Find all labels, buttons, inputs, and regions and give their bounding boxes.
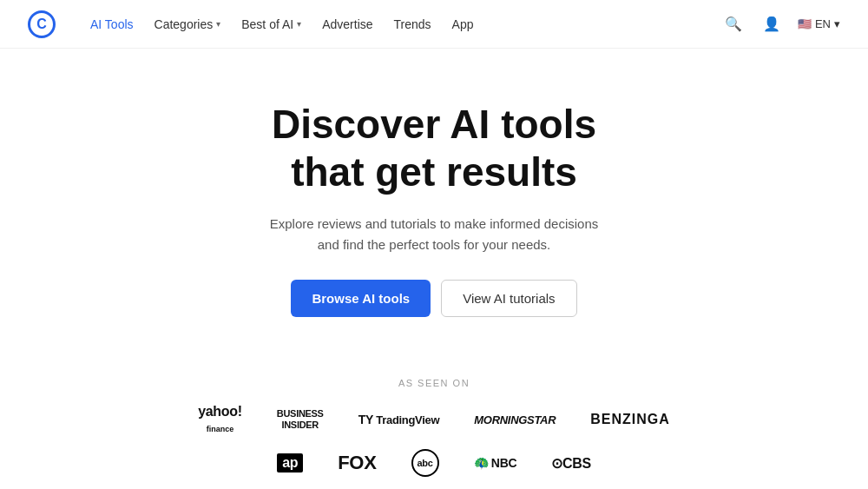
cbs-logo: ⊙CBS xyxy=(551,455,591,472)
logos-row-2: ap FOX abc 🦚 NBC ⊙CBS xyxy=(17,449,851,477)
hero-headline: Discover AI tools that get results xyxy=(17,101,851,196)
navigation: C AI Tools Categories ▾ Best of AI ▾ Adv… xyxy=(0,0,868,49)
logo[interactable]: C xyxy=(28,10,56,38)
chevron-down-icon: ▾ xyxy=(216,19,220,29)
nav-right: 🔍 👤 🇺🇸 EN ▾ xyxy=(721,12,840,36)
browse-tools-button[interactable]: Browse AI tools xyxy=(291,280,431,317)
yahoo-logo: yahoo!finance xyxy=(198,404,242,435)
benzinga-logo: BENZINGA xyxy=(590,412,670,427)
logos-row-1: yahoo!finance BUSINESSINSIDER TY Trading… xyxy=(17,404,851,435)
language-selector[interactable]: 🇺🇸 EN ▾ xyxy=(798,17,840,30)
hero-subtext: Explore reviews and tutorials to make in… xyxy=(269,214,599,255)
abc-logo: abc xyxy=(411,449,439,477)
flag-icon: 🇺🇸 xyxy=(798,17,812,30)
search-button[interactable]: 🔍 xyxy=(721,12,746,36)
account-button[interactable]: 👤 xyxy=(760,12,784,36)
nav-best-of-ai[interactable]: Best of AI ▾ xyxy=(241,17,301,31)
business-insider-logo: BUSINESSINSIDER xyxy=(277,408,324,431)
fox-logo: FOX xyxy=(338,452,376,474)
nav-trends[interactable]: Trends xyxy=(394,17,431,31)
hero-buttons: Browse AI tools View AI tutorials xyxy=(17,280,851,317)
tradingview-logo: TY TradingView xyxy=(358,413,440,426)
hero-section: Discover AI tools that get results Explo… xyxy=(0,49,868,352)
nav-ai-tools[interactable]: AI Tools xyxy=(90,17,134,31)
nbc-logo: 🦚 NBC xyxy=(474,456,517,470)
logo-icon: C xyxy=(28,10,56,38)
view-tutorials-button[interactable]: View AI tutorials xyxy=(441,280,576,317)
morningstar-logo: MORNINGSTAR xyxy=(474,413,556,426)
nav-categories[interactable]: Categories ▾ xyxy=(155,17,221,31)
chevron-down-icon: ▾ xyxy=(834,17,840,30)
as-seen-on-label: AS SEEN ON xyxy=(17,378,851,388)
ap-logo: ap xyxy=(277,453,303,472)
nav-links: AI Tools Categories ▾ Best of AI ▾ Adver… xyxy=(90,17,721,31)
nav-advertise[interactable]: Advertise xyxy=(322,17,372,31)
chevron-down-icon: ▾ xyxy=(297,19,301,29)
as-seen-on-section: AS SEEN ON yahoo!finance BUSINESSINSIDER… xyxy=(0,352,868,489)
nav-app[interactable]: App xyxy=(452,17,474,31)
